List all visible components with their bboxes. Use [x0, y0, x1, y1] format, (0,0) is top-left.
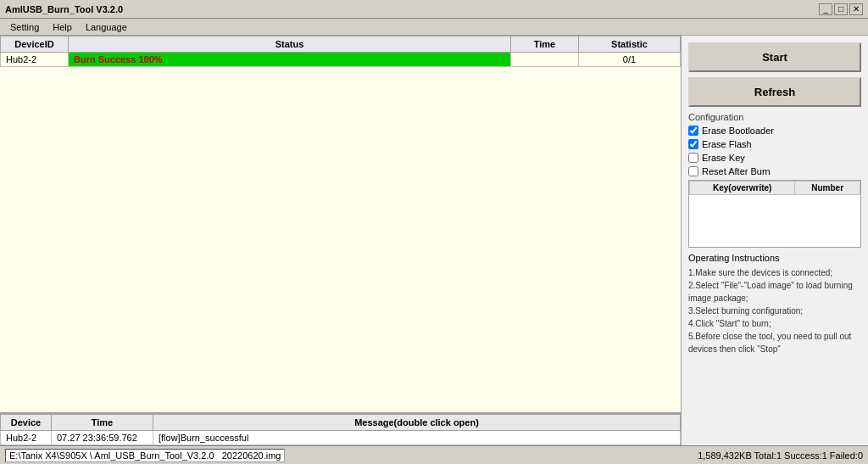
log-cell-device: Hub2-2 — [1, 431, 52, 445]
cell-statistic: 0/1 — [579, 53, 681, 67]
log-col-message: Message(double click open) — [153, 415, 681, 431]
left-panel: DeviceID Status Time Statistic Hub2-2 Bu… — [0, 36, 682, 445]
log-area: Device Time Message(double click open) H… — [0, 412, 681, 445]
start-button[interactable]: Start — [688, 42, 861, 72]
log-table: Device Time Message(double click open) H… — [0, 414, 681, 445]
device-table: DeviceID Status Time Statistic Hub2-2 Bu… — [0, 36, 681, 67]
cell-device-id: Hub2-2 — [1, 53, 69, 67]
col-status: Status — [69, 36, 511, 53]
cell-status: Burn Success 100% — [69, 53, 511, 67]
menu-language[interactable]: Language — [79, 20, 134, 34]
instructions-section: Operating Instructions 1.Make sure the d… — [688, 253, 861, 355]
maximize-button[interactable]: □ — [834, 3, 848, 15]
log-cell-message: [flow]Burn_successful — [153, 431, 681, 445]
log-col-device: Device — [1, 415, 52, 431]
refresh-button[interactable]: Refresh — [688, 77, 861, 107]
status-separator: \ — [90, 450, 92, 461]
checkbox-reset-after-burn-input[interactable] — [688, 166, 698, 176]
main-content: DeviceID Status Time Statistic Hub2-2 Bu… — [0, 36, 868, 445]
key-table-area: Key(overwrite) Number — [688, 180, 861, 248]
config-title: Configuration — [688, 112, 861, 122]
menu-setting[interactable]: Setting — [3, 20, 46, 34]
table-row[interactable]: Hub2-2 Burn Success 100% 0/1 — [1, 53, 681, 67]
checkbox-erase-flash-input[interactable] — [688, 139, 698, 149]
status-path: E:\Tanix X4\S905X \ Aml_USB_Burn_Tool_V3… — [5, 449, 285, 462]
close-button[interactable]: ✕ — [849, 3, 863, 15]
log-row[interactable]: Hub2-2 07.27 23:36:59.762 [flow]Burn_suc… — [1, 431, 681, 445]
minimize-button[interactable]: _ — [819, 3, 832, 15]
checkbox-reset-after-burn[interactable]: Reset After Burn — [688, 166, 861, 176]
log-col-time: Time — [52, 415, 153, 431]
menu-help[interactable]: Help — [46, 20, 79, 34]
checkbox-erase-key[interactable]: Erase Key — [688, 153, 861, 163]
config-section: Configuration Erase Bootloader Erase Fla… — [688, 112, 861, 248]
instructions-title: Operating Instructions — [688, 253, 861, 263]
menu-bar: Setting Help Language — [0, 19, 868, 36]
device-table-area: DeviceID Status Time Statistic Hub2-2 Bu… — [0, 36, 681, 412]
title-bar: AmlUSB_Burn_Tool V3.2.0 _ □ ✕ — [0, 0, 868, 19]
key-col-number: Number — [795, 182, 860, 195]
status-bar: E:\Tanix X4\S905X \ Aml_USB_Burn_Tool_V3… — [0, 445, 868, 464]
status-stats: 1,589,432KB Total:1 Success:1 Failed:0 — [698, 450, 863, 461]
key-col-key: Key(overwrite) — [690, 182, 795, 195]
right-panel: Start Refresh Configuration Erase Bootlo… — [682, 36, 868, 445]
status-left: E:\Tanix X4\S905X \ Aml_USB_Burn_Tool_V3… — [5, 449, 285, 462]
checkbox-erase-bootloader[interactable]: Erase Bootloader — [688, 126, 861, 136]
log-cell-time: 07.27 23:36:59.762 — [52, 431, 153, 445]
col-statistic: Statistic — [579, 36, 681, 53]
checkbox-erase-key-input[interactable] — [688, 153, 698, 163]
instructions-text: 1.Make sure the devices is connected; 2.… — [688, 266, 861, 355]
col-time: Time — [511, 36, 579, 53]
key-table: Key(overwrite) Number — [689, 181, 860, 195]
col-device-id: DeviceID — [1, 36, 69, 53]
checkbox-erase-flash[interactable]: Erase Flash — [688, 139, 861, 149]
checkbox-erase-bootloader-input[interactable] — [688, 126, 698, 136]
cell-time — [511, 53, 579, 67]
title-text: AmlUSB_Burn_Tool V3.2.0 — [5, 4, 123, 14]
title-controls: _ □ ✕ — [819, 3, 863, 15]
